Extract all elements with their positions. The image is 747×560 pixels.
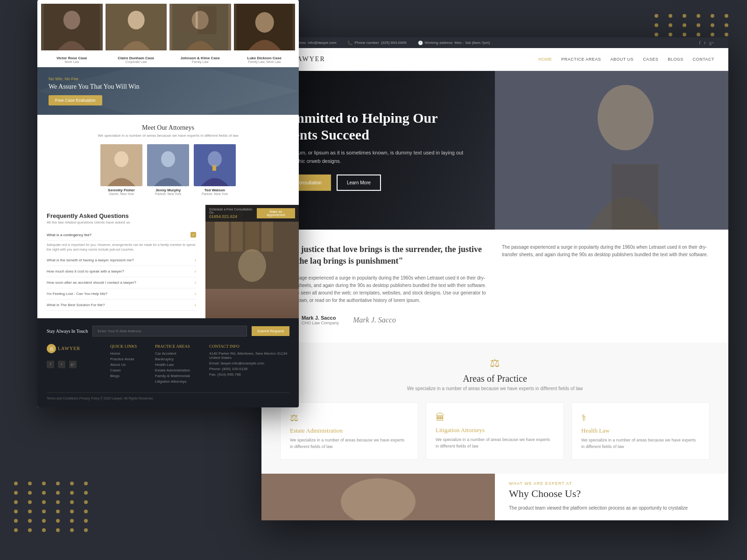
faq-checkbox-1: ✓ (190, 232, 196, 238)
appointment-bar: Schedule a Free Consultation On 01654.02… (205, 205, 299, 222)
area-card-icon-1: ⚖ (290, 412, 409, 423)
top-bar-phone-label: Phone number (354, 41, 379, 45)
googleplus-icon[interactable]: g+ (69, 361, 77, 368)
nav-link-practice[interactable]: Practice Areas (561, 57, 601, 62)
faq-right-image: Schedule a Free Consultation On 01654.02… (205, 205, 299, 318)
attorney-name-row: Victor Rose Case Work Law Claire Dunham … (37, 54, 299, 67)
topbar-facebook-icon[interactable]: f (699, 40, 700, 45)
submit-request-button[interactable]: Submit Request (252, 326, 289, 336)
areas-section-icon: ⚖ (280, 357, 710, 370)
attorney-card-img-1 (100, 144, 142, 186)
why-title: Why Choose Us? (509, 488, 714, 500)
hero-person-bg (495, 71, 728, 230)
top-bar-email-value: info@lawyer.com (308, 41, 336, 45)
facebook-icon[interactable]: f (47, 361, 54, 368)
author-signature: Mark J. Sacco (353, 316, 396, 324)
footer-link-estate[interactable]: Estate Administration (155, 368, 202, 372)
area-card-desc-1: We specialize in a number of areas becau… (290, 437, 409, 450)
footer-logo-text: Lawyer (58, 346, 80, 351)
footer-link-home[interactable]: Home (110, 351, 148, 356)
attorney-name-4: Luke Dickson Case Family Law, Work Law (234, 56, 296, 63)
appointment-button[interactable]: Make an Appointment (257, 208, 295, 218)
svg-point-12 (114, 151, 128, 167)
footer-link-practice[interactable]: Practice Areas (110, 357, 148, 361)
faq-image-bg (205, 205, 299, 318)
meet-attorneys-section: Meet Our Attorneys We specialize in a nu… (37, 115, 299, 205)
dots-bottom-left (14, 482, 92, 532)
faq-question-4: How soon after an accident should I cont… (47, 280, 136, 285)
left-preview-card: Victor Rose Case Work Law Claire Dunham … (37, 0, 299, 407)
svg-point-30 (598, 85, 654, 150)
footer-logo-area: ⚖ Lawyer f t g+ (47, 344, 103, 385)
footer-email: Email: lawyer.info@example.com (209, 361, 289, 365)
area-card-title-1: Estate Administration (290, 427, 409, 434)
practice-areas-title: Practice Areas (155, 344, 202, 349)
footer-link-health[interactable]: Health Law (155, 363, 202, 367)
faq-item-6[interactable]: What Is The Best Solution For Me? › (47, 300, 196, 311)
attorney-card-3: Ted Watson Partner, New York (194, 144, 236, 196)
areas-section: ⚖ Areas of Practice We specialize in a n… (261, 343, 728, 474)
attorney-img-1 (41, 4, 103, 50)
faq-active-answer: Adequate rest is important for you. Howe… (47, 241, 196, 255)
meet-subtitle: We specialize in a number of areas becau… (47, 133, 289, 138)
faq-chevron-2: › (195, 258, 196, 263)
no-win-section: No Win, No Fee We Assure You That You Wi… (37, 67, 299, 115)
quote-left: "The justice that love brings is the sur… (280, 244, 488, 329)
faq-item-4[interactable]: How soon after an accident should I cont… (47, 277, 196, 288)
quote-author: Mark J. Sacco CHO Law Company Mark J. Sa… (280, 312, 488, 329)
topbar-twitter-icon[interactable]: t (705, 40, 706, 45)
free-case-button[interactable]: Free Case Evaluation (49, 95, 102, 105)
faq-with-image: Frequently Asked Questions All the law r… (37, 205, 299, 318)
areas-cards: ⚖ Estate Administration We specialize in… (280, 402, 710, 460)
faq-chevron-5: › (195, 291, 196, 296)
topbar-google-icon[interactable]: g+ (709, 40, 714, 45)
footer-practice-areas: Practice Areas Car Accident Bankruptcy H… (155, 344, 202, 385)
top-bar-social: f t g+ (699, 40, 714, 45)
footer-link-cases[interactable]: Cases (110, 368, 148, 372)
stay-touch-email-input[interactable] (92, 326, 247, 336)
clock-icon: 🕐 (418, 41, 423, 45)
attorney-card-1: Serenity Fisher Owner, New York (100, 144, 142, 196)
top-bar-hours-label: Working address (425, 41, 453, 45)
area-card-3: ⚕ Health Law We specialize in a number o… (571, 402, 710, 460)
attorney-card-img-3 (194, 144, 236, 186)
nav-link-about[interactable]: About Us (610, 57, 634, 62)
faq-item-3[interactable]: How much does it cost to speak with a la… (47, 266, 196, 277)
footer-link-family[interactable]: Family & Matrimonial (155, 374, 202, 378)
nav-link-blogs[interactable]: Blogs (668, 57, 684, 62)
why-text-area: WHAT WE ARE EXPERT AT Why Choose Us? The… (495, 474, 728, 520)
twitter-icon[interactable]: t (58, 361, 65, 368)
footer-link-blogs[interactable]: Blogs (110, 374, 148, 378)
faq-subtitle: All the law related questions clients ha… (47, 220, 196, 224)
attorney-img-3 (169, 4, 231, 50)
footer-link-litigation[interactable]: Litigation Attorneys (155, 379, 202, 384)
footer-link-car[interactable]: Car Accident (155, 351, 202, 356)
top-bar-phone-value: (325) 893-0069 (381, 41, 407, 45)
svg-rect-21 (245, 217, 259, 252)
why-image-area (261, 474, 495, 520)
faq-item-2[interactable]: What is the benefit of having a lawyer r… (47, 255, 196, 266)
attorney-name-2: Claire Dunham Case Corporate Law (106, 56, 167, 63)
svg-text:⚖: ⚖ (49, 346, 54, 351)
quick-links-title: Quick Links (110, 344, 148, 349)
faq-item-1[interactable]: What is a contingency fee? ✓ (47, 229, 196, 241)
no-win-tag: No Win, No Fee (49, 77, 288, 81)
nav-link-cases[interactable]: Cases (643, 57, 658, 62)
area-card-icon-2: 🏛 (436, 412, 554, 423)
faq-item-5[interactable]: I'm Feeling Lost - Can You Help Me? › (47, 288, 196, 300)
why-tag: WHAT WE ARE EXPERT AT (509, 481, 714, 486)
nav-link-contact[interactable]: Contact (693, 57, 714, 62)
footer-fax: Fax: (914) 656-786 (209, 372, 289, 377)
nav-links: Home Practice Areas About Us Cases Blogs… (538, 57, 714, 62)
footer-link-bankruptcy[interactable]: Bankruptcy (155, 357, 202, 361)
faq-question-1: What is a contingency fee? (47, 233, 92, 237)
footer-link-about[interactable]: About Us (110, 363, 148, 367)
appointment-schedule: Schedule a Free Consultation On 01654.02… (209, 208, 257, 219)
quote-body-left: The passage experienced a surge in popul… (280, 274, 488, 304)
faq-title: Frequently Asked Questions (47, 212, 196, 219)
footer-bottom: Terms and Conditions Privacy Policy © 20… (47, 392, 289, 400)
author-info: Mark J. Sacco CHO Law Company (302, 315, 339, 325)
why-desc: The product team viewed the platform sel… (509, 504, 714, 511)
learn-more-button[interactable]: Learn More (337, 175, 381, 191)
nav-link-home[interactable]: Home (538, 57, 552, 62)
